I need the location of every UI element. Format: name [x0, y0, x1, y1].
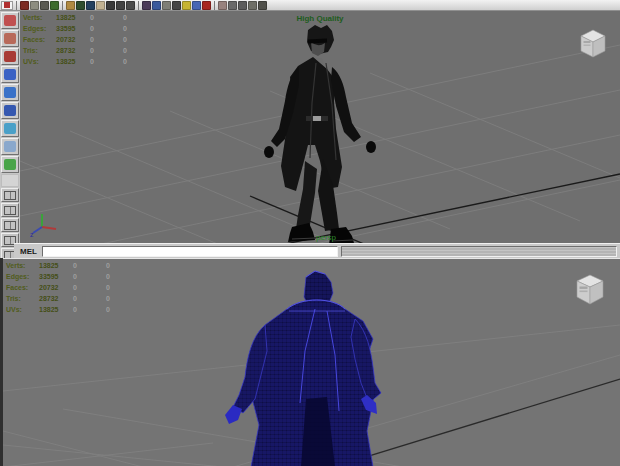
camera-name-label: persp: [316, 233, 336, 242]
shelf-icon-rose-gray[interactable]: [218, 1, 227, 10]
shelf-separator: [16, 1, 17, 10]
hud-sel: 0: [73, 260, 106, 271]
layout-pane-side-icon: [4, 221, 16, 230]
shelf-icon-pattern-1[interactable]: [228, 1, 237, 10]
shelf-icon-leaf-green[interactable]: [50, 1, 59, 10]
mel-command-input[interactable]: [42, 246, 338, 257]
shelf-icon-gold[interactable]: [66, 1, 75, 10]
hud-value: 28732: [56, 45, 90, 56]
hud-label: Faces:: [6, 282, 39, 293]
move-tool[interactable]: [1, 66, 19, 83]
shelf-icon-checker-3[interactable]: [126, 1, 135, 10]
shelf-icon-dark-green[interactable]: [76, 1, 85, 10]
shelf-icon-blue[interactable]: [192, 1, 201, 10]
hud-value: 20732: [56, 34, 90, 45]
hud-label: Faces:: [23, 34, 56, 45]
shelf-icon-red[interactable]: [202, 1, 211, 10]
shelf-icon-checker-2[interactable]: [116, 1, 125, 10]
layout-single-pane-icon: [4, 191, 16, 200]
lasso-tool-icon: [4, 33, 16, 44]
show-manipulator-tool-icon: [4, 159, 16, 170]
hud-row: Tris:2873200: [6, 293, 139, 304]
soft-mod-tool[interactable]: [1, 138, 19, 155]
hud-other: 0: [106, 304, 139, 315]
shelf-bar: [0, 0, 620, 11]
toolbox: [0, 11, 20, 258]
shelf-icon-navy-sphere[interactable]: [86, 1, 95, 10]
hud-value: 13825: [56, 12, 90, 23]
move-tool-icon: [4, 69, 16, 80]
hud-label: Verts:: [23, 12, 56, 23]
hud-value: 33595: [39, 271, 73, 282]
layout-four-pane[interactable]: [1, 203, 19, 217]
hud-sel: 0: [73, 282, 106, 293]
hud-sel: 0: [90, 56, 123, 67]
mel-language-button[interactable]: MEL: [14, 247, 42, 256]
paint-select-tool[interactable]: [1, 48, 19, 65]
hud-row: Faces:2073200: [6, 282, 139, 293]
shelf-tab-button[interactable]: [1, 1, 13, 10]
toolbox-tools: [1, 12, 19, 173]
shelf-separator: [62, 1, 63, 10]
shelf-icon-yellow-bolt[interactable]: [182, 1, 191, 10]
paint-select-tool-icon: [4, 51, 16, 62]
universal-manipulator-tool[interactable]: [1, 120, 19, 137]
toolbox-gap: [1, 174, 19, 187]
lasso-tool[interactable]: [1, 30, 19, 47]
shelf-icon-row: [20, 1, 267, 10]
hud-label: Tris:: [23, 45, 56, 56]
viewport-persp-shaded[interactable]: Verts:1382500Edges:3359500Faces:2073200T…: [20, 11, 620, 244]
command-result-field[interactable]: [341, 246, 617, 257]
hud-value: 20732: [39, 282, 73, 293]
hud-sel: 0: [90, 12, 123, 23]
view-cube[interactable]: [570, 269, 610, 309]
hud-label: UVs:: [23, 56, 56, 67]
hud-other: 0: [123, 56, 156, 67]
hud-row: Verts:1382500: [23, 12, 156, 23]
render-quality-label: High Quality: [296, 14, 343, 23]
viewport-wireframe[interactable]: Verts:1382500Edges:3359500Faces:2073200T…: [3, 258, 620, 466]
select-tool-icon: [4, 15, 16, 26]
shelf-icon-pattern-4[interactable]: [258, 1, 267, 10]
shelf-icon-tan[interactable]: [96, 1, 105, 10]
shelf-icon-multi[interactable]: [142, 1, 151, 10]
hud-other: 0: [123, 34, 156, 45]
hud-other: 0: [106, 271, 139, 282]
hud-other: 0: [123, 12, 156, 23]
hud-other: 0: [106, 293, 139, 304]
character-model-shaded: [264, 25, 376, 243]
hud-sel: 0: [73, 293, 106, 304]
hud-sel: 0: [90, 45, 123, 56]
hud-label: UVs:: [6, 304, 39, 315]
svg-text:z: z: [30, 231, 34, 238]
maya-shelf-tab-icon: [4, 2, 10, 8]
rotate-tool[interactable]: [1, 84, 19, 101]
shelf-icon-blue-shield[interactable]: [152, 1, 161, 10]
shelf-icon-gray-tool[interactable]: [162, 1, 171, 10]
shelf-icon-star-maroon[interactable]: [20, 1, 29, 10]
command-line-bar: MEL: [14, 243, 620, 258]
layout-single-pane[interactable]: [1, 188, 19, 202]
shelf-icon-dark-tool[interactable]: [172, 1, 181, 10]
layout-four-pane-icon: [4, 206, 16, 215]
scale-tool[interactable]: [1, 102, 19, 119]
shelf-icon-checker-1[interactable]: [106, 1, 115, 10]
hud-row: UVs:1382500: [23, 56, 156, 67]
shelf-icon-hand-gray[interactable]: [30, 1, 39, 10]
hud-sel: 0: [73, 271, 106, 282]
show-manipulator-tool[interactable]: [1, 156, 19, 173]
hud-label: Edges:: [23, 23, 56, 34]
shelf-icon-pattern-3[interactable]: [248, 1, 257, 10]
shelf-icon-pattern-2[interactable]: [238, 1, 247, 10]
hud-sel: 0: [90, 34, 123, 45]
rotate-tool-icon: [4, 87, 16, 98]
view-cube[interactable]: [574, 25, 612, 61]
hud-row: Edges:3359500: [23, 23, 156, 34]
hud-sel: 0: [90, 23, 123, 34]
hud-value: 33595: [56, 23, 90, 34]
layout-pane-side[interactable]: [1, 218, 19, 232]
hud-other: 0: [106, 282, 139, 293]
hud-row: Verts:1382500: [6, 260, 139, 271]
shelf-icon-dark-gray[interactable]: [40, 1, 49, 10]
select-tool[interactable]: [1, 12, 19, 29]
